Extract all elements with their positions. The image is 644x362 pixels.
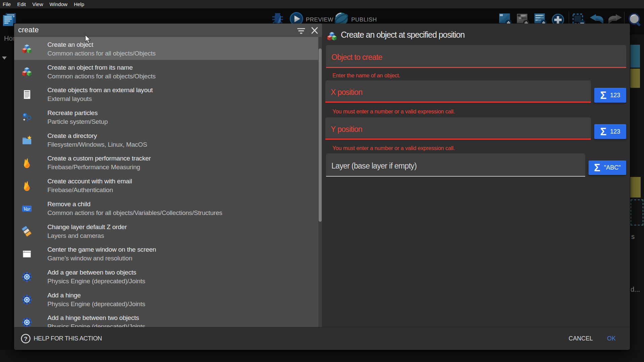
action-title: Create an object at specified position	[341, 30, 465, 40]
filter-icon[interactable]	[296, 27, 306, 34]
menu-view[interactable]: View	[32, 1, 43, 7]
firebase-icon	[22, 180, 32, 191]
action-item-title: Remove a child	[47, 200, 222, 209]
menu-file[interactable]: File	[3, 1, 11, 7]
action-list-item[interactable]: Create account with with emailFirebase/A…	[14, 174, 322, 196]
action-item-subtitle: Particle system/Setup	[47, 117, 108, 126]
physics-icon	[22, 294, 32, 305]
toolbar-divider	[569, 12, 569, 25]
physics-icon	[22, 317, 32, 327]
action-item-title: Create objects from an external layout	[47, 85, 153, 95]
action-list-item[interactable]: Recreate particlesParticle system/Setup	[14, 105, 322, 128]
action-list-item[interactable]: Change layer default Z orderLayers and c…	[14, 219, 322, 242]
search-input[interactable]: create	[18, 26, 39, 34]
preview-button[interactable]: PREVIEW	[306, 16, 333, 23]
action-item-title: Recreate particles	[47, 108, 108, 117]
layer-expression-button[interactable]: Σ "ABC"	[589, 160, 626, 175]
action-list-panel: create Create an objectCommon actions fo…	[14, 24, 322, 327]
action-item-subtitle: Filesystem/Windows, Linux, MacOS	[47, 140, 147, 149]
left-background	[0, 35, 14, 350]
action-item-subtitle: Common actions for all objects/Objects	[47, 72, 156, 81]
sigma-icon: Σ	[600, 90, 607, 101]
external-layout-icon	[22, 89, 32, 100]
chevron-down-icon[interactable]	[2, 57, 7, 60]
action-item-subtitle: Firebase/Authentication	[47, 186, 132, 194]
svg-text:?: ?	[24, 336, 27, 342]
help-icon[interactable]: ?	[21, 334, 31, 343]
debug-icon[interactable]	[271, 12, 284, 24]
layer-field[interactable]: Layer (base layer if empty)	[326, 153, 585, 177]
x-position-field[interactable]: X position	[325, 80, 591, 103]
create-object-icon	[327, 31, 337, 42]
action-item-title: Change layer default Z order	[47, 222, 127, 231]
action-item-title: Create an object	[47, 40, 156, 49]
x-expression-button[interactable]: Σ 123	[594, 88, 626, 103]
instruction-editor-dialog: create Create an objectCommon actions fo…	[14, 24, 630, 350]
scene-object-teal	[630, 45, 640, 68]
action-item-subtitle: External layouts	[47, 95, 153, 103]
toolbar-divider	[624, 12, 625, 25]
action-item-subtitle: Common actions for all objects/Objects	[47, 49, 156, 58]
layer-label: Layer (base layer if empty)	[331, 161, 416, 170]
scene-selection-box	[631, 200, 643, 225]
action-item-title: Create a directory	[47, 131, 147, 140]
action-item-subtitle: Common actions for all objects/Variables…	[47, 209, 222, 217]
y-expression-button[interactable]: Σ 123	[594, 124, 626, 139]
action-list-item[interactable]: Create objects from an external layoutEx…	[14, 82, 322, 105]
y-position-error: You must enter a number or a valid expre…	[332, 145, 455, 151]
scene-object-olive	[630, 177, 641, 197]
scrollbar-track[interactable]	[318, 37, 322, 327]
action-item-subtitle: Physics Engine (deprecated)/Joints	[47, 322, 145, 327]
menu-window[interactable]: Window	[49, 1, 67, 7]
action-item-subtitle: Layers and cameras	[47, 231, 127, 240]
menu-edit[interactable]: Edit	[17, 1, 26, 7]
z-order-icon	[22, 226, 32, 237]
search-icon[interactable]	[628, 12, 643, 28]
expression-kind-label: 123	[610, 128, 620, 135]
scrollbar-thumb[interactable]	[319, 48, 322, 222]
y-position-field[interactable]: Y position	[325, 117, 591, 140]
search-bar[interactable]: create	[14, 24, 322, 37]
object-to-create-helper: Enter the name of an object.	[332, 72, 400, 79]
folder-icon	[22, 135, 32, 146]
sigma-icon: Σ	[600, 126, 607, 137]
create-object-icon	[22, 67, 32, 77]
create-object-icon	[22, 44, 32, 55]
action-item-title: Add a gear between two objects	[47, 268, 145, 277]
x-position-label: X position	[331, 87, 362, 97]
background-text-fragment: d...	[631, 286, 640, 293]
action-list-item[interactable]: Add a hinge between two objectsPhysics E…	[14, 310, 322, 327]
background-text-fragment: s	[631, 233, 635, 241]
action-list-item[interactable]: Create a custom performance trackerFireb…	[14, 151, 322, 174]
object-to-create-field[interactable]: Object to create	[326, 45, 626, 68]
action-list-item[interactable]: Remove a childCommon actions for all obj…	[14, 196, 322, 219]
menu-bar: File Edit View Window Help	[0, 0, 644, 8]
help-button[interactable]: HELP FOR THIS ACTION	[34, 335, 102, 342]
action-list-item[interactable]: Center the game window on the screenGame…	[14, 242, 322, 265]
menu-help[interactable]: Help	[74, 1, 84, 7]
action-item-title: Create an object from its name	[47, 63, 156, 72]
dialog-footer: ? HELP FOR THIS ACTION CANCEL OK	[14, 327, 630, 350]
cancel-button[interactable]: CANCEL	[569, 335, 593, 342]
action-item-title: Add a hinge between two objects	[47, 313, 145, 322]
expression-kind-label: "ABC"	[604, 164, 621, 171]
action-item-subtitle: Physics Engine (deprecated)/Joints	[47, 277, 145, 286]
home-tab-fragment[interactable]: Home	[4, 35, 14, 42]
publish-button[interactable]: PUBLISH	[351, 16, 377, 23]
action-item-subtitle: Physics Engine (deprecated)/Joints	[47, 300, 145, 309]
action-list-item[interactable]: Create a directoryFilesystem/Windows, Li…	[14, 128, 322, 151]
object-to-create-label: Object to create	[331, 52, 382, 62]
mouse-cursor	[85, 35, 91, 44]
particles-icon	[22, 112, 32, 123]
action-list-item[interactable]: Add a gear between two objectsPhysics En…	[14, 265, 322, 288]
action-list-item[interactable]: Add a hingePhysics Engine (deprecated)/J…	[14, 288, 322, 311]
action-list-item[interactable]: Create an objectCommon actions for all o…	[14, 37, 322, 60]
expression-kind-label: 123	[610, 92, 620, 99]
action-list-item[interactable]: Create an object from its nameCommon act…	[14, 60, 322, 83]
close-icon[interactable]	[311, 27, 319, 34]
action-item-title: Center the game window on the screen	[47, 245, 156, 254]
ok-button[interactable]: OK	[607, 335, 616, 342]
firebase-icon	[22, 157, 32, 168]
action-editor-panel: Create an object at specified position O…	[322, 24, 630, 327]
action-item-title: Create a custom performance tracker	[47, 154, 151, 163]
